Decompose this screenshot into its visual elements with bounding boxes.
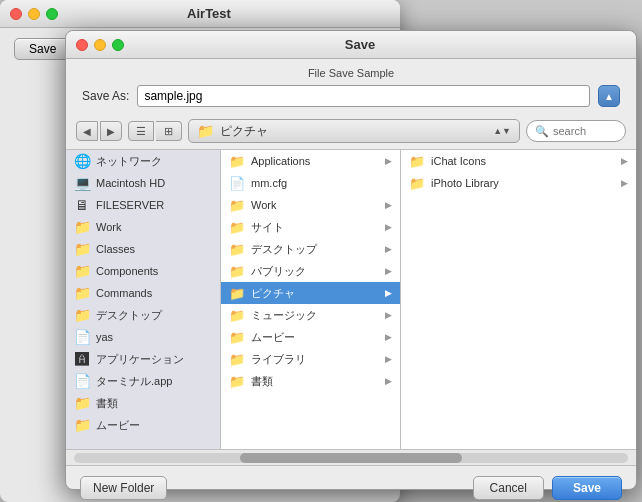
sidebar-label-5: Components	[96, 265, 158, 277]
mid-label-5: パブリック	[251, 264, 379, 279]
browser-area: 🌐ネットワーク💻Macintosh HD🖥FILESERVER📁Work📁Cla…	[66, 150, 636, 450]
right-item-1[interactable]: 📁iPhoto Library▶	[401, 172, 636, 194]
sidebar-label-10: ターミナル.app	[96, 374, 172, 389]
mid-item-2[interactable]: 📁Work▶	[221, 194, 400, 216]
expand-button[interactable]: ▲	[598, 85, 620, 107]
sidebar-icon-4: 📁	[74, 241, 90, 257]
sidebar-label-8: yas	[96, 331, 113, 343]
folder-selector[interactable]: 📁 ピクチャ ▲▼	[188, 119, 520, 143]
sidebar-label-11: 書類	[96, 396, 118, 411]
filename-input[interactable]	[137, 85, 590, 107]
sidebar-item-12[interactable]: 📁ムービー	[66, 414, 220, 436]
scroll-row	[66, 450, 636, 466]
mid-arrow-4: ▶	[385, 244, 392, 254]
mid-icon-4: 📁	[229, 242, 245, 257]
sidebar-label-2: FILESERVER	[96, 199, 164, 211]
mid-icon-7: 📁	[229, 308, 245, 323]
sidebar-label-3: Work	[96, 221, 121, 233]
bg-close-btn[interactable]	[10, 8, 22, 20]
mid-label-1: mm.cfg	[251, 177, 392, 189]
right-icon-0: 📁	[409, 154, 425, 169]
back-button[interactable]: ◀	[76, 121, 98, 141]
view-buttons: ☰ ⊞	[128, 121, 182, 141]
column-view-button[interactable]: ⊞	[156, 121, 182, 141]
sidebar-label-0: ネットワーク	[96, 154, 162, 169]
sidebar-item-7[interactable]: 📁デスクトップ	[66, 304, 220, 326]
mid-label-6: ピクチャ	[251, 286, 379, 301]
right-panel: 📁iChat Icons▶📁iPhoto Library▶	[401, 150, 636, 449]
mid-item-10[interactable]: 📁書類▶	[221, 370, 400, 392]
scrollbar-thumb	[240, 453, 462, 463]
sidebar-item-2[interactable]: 🖥FILESERVER	[66, 194, 220, 216]
search-box: 🔍	[526, 120, 626, 142]
sidebar-item-3[interactable]: 📁Work	[66, 216, 220, 238]
sidebar-icon-7: 📁	[74, 307, 90, 323]
mid-item-8[interactable]: 📁ムービー▶	[221, 326, 400, 348]
save-as-label: Save As:	[82, 89, 129, 103]
right-arrow-0: ▶	[621, 156, 628, 166]
mid-item-0[interactable]: 📁Applications▶	[221, 150, 400, 172]
mid-label-9: ライブラリ	[251, 352, 379, 367]
bottom-bar: New Folder Cancel Save	[66, 466, 636, 502]
search-input[interactable]	[553, 125, 613, 137]
mid-item-4[interactable]: 📁デスクトップ▶	[221, 238, 400, 260]
mid-label-7: ミュージック	[251, 308, 379, 323]
mid-label-10: 書類	[251, 374, 379, 389]
cancel-button[interactable]: Cancel	[473, 476, 544, 500]
nav-buttons: ◀ ▶	[76, 121, 122, 141]
bg-window-title: AirTest	[28, 6, 390, 21]
list-view-button[interactable]: ☰	[128, 121, 154, 141]
mid-label-8: ムービー	[251, 330, 379, 345]
left-panel: 🌐ネットワーク💻Macintosh HD🖥FILESERVER📁Work📁Cla…	[66, 150, 221, 449]
mid-icon-3: 📁	[229, 220, 245, 235]
sidebar-icon-12: 📁	[74, 417, 90, 433]
forward-button[interactable]: ▶	[100, 121, 122, 141]
dialog-title: Save	[94, 37, 626, 52]
save-dialog: Save File Save Sample Save As: ▲ ◀ ▶ ☰ ⊞…	[65, 30, 637, 490]
sidebar-item-1[interactable]: 💻Macintosh HD	[66, 172, 220, 194]
right-label-1: iPhoto Library	[431, 177, 615, 189]
sidebar-icon-0: 🌐	[74, 153, 90, 169]
mid-item-5[interactable]: 📁パブリック▶	[221, 260, 400, 282]
sidebar-icon-3: 📁	[74, 219, 90, 235]
right-item-0[interactable]: 📁iChat Icons▶	[401, 150, 636, 172]
sidebar-label-12: ムービー	[96, 418, 140, 433]
folder-icon: 📁	[197, 123, 214, 139]
sidebar-item-11[interactable]: 📁書類	[66, 392, 220, 414]
mid-item-9[interactable]: 📁ライブラリ▶	[221, 348, 400, 370]
sidebar-icon-5: 📁	[74, 263, 90, 279]
sidebar-item-0[interactable]: 🌐ネットワーク	[66, 150, 220, 172]
mid-arrow-7: ▶	[385, 310, 392, 320]
horizontal-scrollbar[interactable]	[74, 453, 628, 463]
dialog-close-btn[interactable]	[76, 39, 88, 51]
mid-icon-10: 📁	[229, 374, 245, 389]
mid-icon-6: 📁	[229, 286, 245, 301]
mid-item-7[interactable]: 📁ミュージック▶	[221, 304, 400, 326]
mid-icon-2: 📁	[229, 198, 245, 213]
selector-arrow: ▲▼	[493, 126, 511, 136]
mid-item-1[interactable]: 📄mm.cfg	[221, 172, 400, 194]
sidebar-item-9[interactable]: 🅰アプリケーション	[66, 348, 220, 370]
dialog-titlebar: Save	[66, 31, 636, 59]
sidebar-icon-11: 📁	[74, 395, 90, 411]
right-arrow-1: ▶	[621, 178, 628, 188]
new-folder-button[interactable]: New Folder	[80, 476, 167, 500]
sidebar-item-10[interactable]: 📄ターミナル.app	[66, 370, 220, 392]
bg-save-button[interactable]: Save	[14, 38, 71, 60]
right-icon-1: 📁	[409, 176, 425, 191]
right-label-0: iChat Icons	[431, 155, 615, 167]
mid-icon-8: 📁	[229, 330, 245, 345]
folder-name: ピクチャ	[220, 123, 487, 140]
mid-arrow-6: ▶	[385, 288, 392, 298]
mid-item-6[interactable]: 📁ピクチャ▶	[221, 282, 400, 304]
sidebar-icon-1: 💻	[74, 175, 90, 191]
mid-item-3[interactable]: 📁サイト▶	[221, 216, 400, 238]
sidebar-item-4[interactable]: 📁Classes	[66, 238, 220, 260]
mid-arrow-3: ▶	[385, 222, 392, 232]
sidebar-label-6: Commands	[96, 287, 152, 299]
mid-arrow-8: ▶	[385, 332, 392, 342]
sidebar-item-5[interactable]: 📁Components	[66, 260, 220, 282]
sidebar-item-8[interactable]: 📄yas	[66, 326, 220, 348]
save-button[interactable]: Save	[552, 476, 622, 500]
sidebar-item-6[interactable]: 📁Commands	[66, 282, 220, 304]
